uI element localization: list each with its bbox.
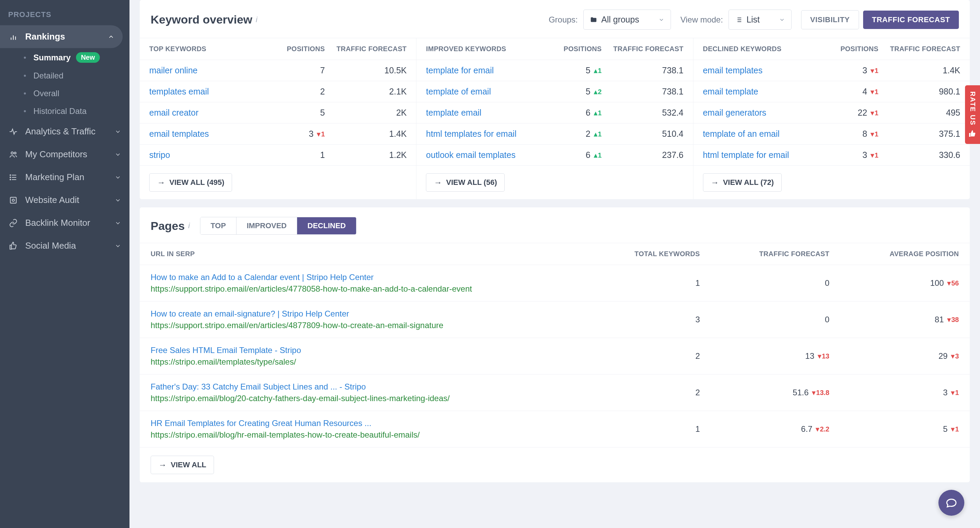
col-head-keyword: DECLINED KEYWORDS <box>703 45 810 53</box>
sidebar-projects-label: PROJECTS <box>0 7 129 25</box>
position-value: 5 <box>256 108 325 118</box>
delta-badge: 1 <box>870 130 878 138</box>
keyword-link[interactable]: templates email <box>149 87 256 97</box>
position-value: 31 <box>810 150 878 160</box>
chat-fab[interactable] <box>939 490 964 516</box>
avg-position-value: 51 <box>829 424 959 434</box>
keyword-link[interactable]: template of an email <box>703 129 810 139</box>
page-title-link[interactable]: How to create an email-signature? | Stri… <box>151 309 570 319</box>
sidebar-sub-detailed[interactable]: Detailed <box>0 67 129 85</box>
keyword-link[interactable]: email templates <box>703 65 810 75</box>
page-url[interactable]: https://support.stripo.email/en/articles… <box>151 284 570 294</box>
viewmode-select[interactable]: List <box>729 10 792 30</box>
viewall-button[interactable]: →VIEW ALL (56) <box>426 173 505 192</box>
tab-declined[interactable]: DECLINED <box>297 217 356 234</box>
tab-improved[interactable]: IMPROVED <box>237 217 297 234</box>
keyword-link[interactable]: email template <box>703 87 810 97</box>
keyword-link[interactable]: html templates for email <box>426 129 533 139</box>
tab-top[interactable]: TOP <box>200 217 237 234</box>
sidebar-item-marketing[interactable]: Marketing Plan <box>0 166 129 188</box>
col-head-keyword: TOP KEYWORDS <box>149 45 256 53</box>
page-title-link[interactable]: Free Sales HTML Email Template - Stripo <box>151 346 570 355</box>
page-title-link[interactable]: Father's Day: 33 Catchy Email Subject Li… <box>151 382 570 392</box>
link-icon <box>8 219 18 228</box>
traffic-value: 10.5K <box>325 65 407 75</box>
keyword-link[interactable]: email creator <box>149 108 256 118</box>
keyword-link[interactable]: outlook email templates <box>426 150 533 160</box>
viewmode-label: View mode: <box>681 15 723 25</box>
sidebar-item-rankings[interactable]: Rankings <box>0 25 123 48</box>
sidebar-item-analytics[interactable]: Analytics & Traffic <box>0 120 129 143</box>
page-url[interactable]: https://stripo.email/blog/hr-email-templ… <box>151 430 570 440</box>
traffic-value: 1.2K <box>325 150 407 160</box>
keyword-column: DECLINED KEYWORDSPOSITIONSTRAFFIC FORECA… <box>694 38 970 199</box>
info-icon[interactable]: i <box>256 15 258 24</box>
delta-badge: 1 <box>317 130 325 138</box>
keyword-link[interactable]: mailer online <box>149 65 256 75</box>
keyword-row: email generators221495 <box>694 102 970 123</box>
traffic-forecast-button[interactable]: TRAFFIC FORECAST <box>863 11 959 29</box>
delta-badge: 1 <box>594 109 602 117</box>
page-url-cell: Father's Day: 33 Catchy Email Subject Li… <box>151 382 570 403</box>
visibility-button[interactable]: VISIBILITY <box>801 10 859 29</box>
viewall-button[interactable]: →VIEW ALL (72) <box>703 173 782 192</box>
rate-us-tab[interactable]: RATE US <box>965 85 980 144</box>
sidebar-item-competitors[interactable]: My Competitors <box>0 143 129 166</box>
dot-icon <box>24 57 26 59</box>
sidebar-sub-overall[interactable]: Overall <box>0 85 129 102</box>
arrow-right-icon: → <box>157 178 165 187</box>
viewall-label: VIEW ALL (495) <box>169 178 224 187</box>
chevron-down-icon <box>115 151 121 158</box>
page-url[interactable]: https://support.stripo.email/en/articles… <box>151 321 570 330</box>
viewall-button[interactable]: →VIEW ALL (495) <box>149 173 232 192</box>
traffic-value: 237.6 <box>602 150 684 160</box>
keyword-row: email templates311.4K <box>694 60 970 81</box>
sidebar-item-social[interactable]: Social Media <box>0 234 129 257</box>
keyword-link[interactable]: template of email <box>426 87 533 97</box>
page-url[interactable]: https://stripo.email/blog/20-catchy-fath… <box>151 394 570 403</box>
sidebar-item-audit[interactable]: Website Audit <box>0 188 129 212</box>
sidebar-sub-historical[interactable]: Historical Data <box>0 102 129 120</box>
keyword-link[interactable]: email templates <box>149 129 256 139</box>
keyword-column-foot: →VIEW ALL (56) <box>417 166 693 199</box>
position-value: 21 <box>534 129 602 139</box>
info-icon[interactable]: i <box>188 222 190 230</box>
keyword-row: mailer online710.5K <box>140 60 416 81</box>
arrow-right-icon: → <box>434 178 442 187</box>
keyword-overview-card: Keyword overview i Groups: All groups Vi… <box>140 0 970 199</box>
rate-us-label: RATE US <box>969 91 977 126</box>
avg-position-value: 31 <box>829 388 959 397</box>
keyword-link[interactable]: template email <box>426 108 533 118</box>
position-value: 51 <box>534 65 602 75</box>
total-keywords-value: 3 <box>570 315 700 324</box>
sidebar-item-label: Analytics & Traffic <box>25 126 95 137</box>
sidebar-item-backlink[interactable]: Backlink Monitor <box>0 212 129 234</box>
delta-badge: 1 <box>870 151 878 159</box>
keyword-link[interactable]: email generators <box>703 108 810 118</box>
svg-point-3 <box>11 152 14 154</box>
pages-row: HR Email Templates for Creating Great Hu… <box>140 411 970 448</box>
page-title-link[interactable]: How to make an Add to a Calendar event |… <box>151 273 570 282</box>
delta-badge: 13 <box>818 352 829 360</box>
keyword-row: html template for email31330.6 <box>694 145 970 166</box>
avg-position-value: 8138 <box>829 315 959 324</box>
groups-select[interactable]: All groups <box>583 10 671 30</box>
page-title-link[interactable]: HR Email Templates for Creating Great Hu… <box>151 418 570 428</box>
keyword-link[interactable]: html template for email <box>703 150 810 160</box>
keyword-row: email templates311.4K <box>140 123 416 145</box>
dot-icon <box>24 110 26 112</box>
new-badge: New <box>76 52 100 63</box>
traffic-value: 738.1 <box>602 87 684 97</box>
sidebar-sub-label: Detailed <box>33 71 64 80</box>
keyword-link[interactable]: template for email <box>426 65 533 75</box>
position-value: 31 <box>810 65 878 75</box>
viewall-pages-button[interactable]: → VIEW ALL <box>151 456 214 474</box>
keyword-link[interactable]: stripo <box>149 150 256 160</box>
col-head-traffic: TRAFFIC FORECAST <box>602 45 684 53</box>
traffic-forecast-value: 6.72.2 <box>700 424 829 434</box>
sidebar-sub-summary[interactable]: Summary New <box>0 48 129 67</box>
sidebar-sub-label: Overall <box>33 89 59 98</box>
pages-footer: → VIEW ALL <box>140 448 970 482</box>
page-url[interactable]: https://stripo.email/templates/type/sale… <box>151 357 570 367</box>
page-url-cell: HR Email Templates for Creating Great Hu… <box>151 418 570 440</box>
